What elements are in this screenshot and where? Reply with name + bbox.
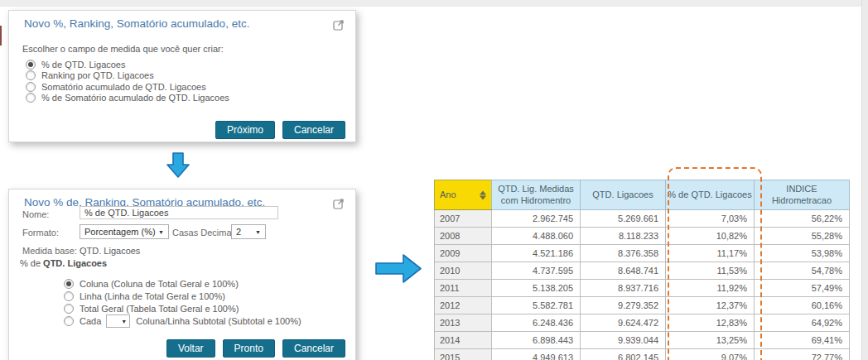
value-cell: 8.648.741 [581,262,666,280]
popout-icon[interactable] [333,19,345,31]
value-cell: 12,83% [666,314,755,332]
dialog1-instruction: Escolher o campo de medida que você quer… [22,44,224,54]
value-cell: 8.118.233 [581,228,666,245]
dialog2-option-4[interactable]: Cada▼Coluna/Linha Subtotal (Subtotal e 1… [64,315,301,328]
cancelar-button[interactable]: Cancelar [282,121,345,139]
percent-of-prefix: % de [20,258,41,268]
percent-of-measure: QTD. Ligacoes [43,258,107,268]
proximo-button[interactable]: Próximo [215,121,275,139]
cancelar-button[interactable]: Cancelar [282,339,345,358]
value-cell: 11,17% [666,245,755,262]
column-label: % de QTD. Ligacoes [668,190,752,199]
value-cell: 6.802.145 [581,349,666,360]
value-cell: 6.898.443 [492,332,581,349]
year-cell[interactable]: 2009 [435,245,492,262]
year-cell[interactable]: 2010 [435,262,492,280]
medida-base-value: QTD. Ligacoes [80,246,140,256]
flow-arrow-right-icon [375,253,422,284]
chevron-down-icon: ▼ [255,229,261,235]
value-cell: 57,49% [755,280,850,297]
column-header-1[interactable]: Ano [435,180,492,210]
dialog2-buttons: Voltar Pronto Cancelar [166,339,345,358]
dialog1-option-2[interactable]: Ranking por QTD. Ligacoes [26,70,229,82]
chevron-down-icon: ▼ [121,319,127,324]
year-cell[interactable]: 2007 [435,210,492,228]
value-cell: 5.582.781 [492,297,581,314]
flow-arrow-down-icon [166,152,190,178]
year-cell[interactable]: 2011 [435,280,492,297]
radio-icon[interactable] [64,316,74,326]
dialog1-option-4[interactable]: % de Somatório acumulado de QTD. Ligacoe… [26,93,229,104]
radio-icon[interactable] [26,70,36,80]
popout-icon[interactable] [333,198,345,209]
option-label: Linha (Linha de Total Geral e 100%) [80,291,225,301]
formato-select[interactable]: Porcentagem (%) ▼ [80,224,169,239]
value-cell: 55,28% [755,228,850,245]
percent-of-line: % deQTD. Ligacoes [20,258,107,268]
value-cell: 8.937.716 [581,280,666,297]
column-header-5[interactable]: INDICE Hidrometracao [755,180,850,210]
voltar-button[interactable]: Voltar [166,339,215,358]
value-cell: 8.376.358 [581,245,666,262]
left-edge-artifact [0,26,2,46]
value-cell: 12,37% [666,297,755,314]
dialog1-option-1[interactable]: % de QTD. Ligacoes [26,59,229,70]
value-cell: 56,22% [755,210,850,228]
table-header-row: AnoQTD. Lig. Medidas com HidromentroQTD.… [435,180,850,210]
table-row: 20136.248.4369.624.47212,83%64,92% [435,314,850,332]
dialog1-title: Novo %, Ranking, Somatório acumulado, et… [24,17,249,30]
value-cell: 9,07% [666,349,755,360]
option-label: Ranking por QTD. Ligacoes [41,70,154,80]
subtotal-select[interactable]: ▼ [106,314,130,328]
option-label: Coluna/Linha Subtotal (Subtotal e 100%) [136,316,301,326]
value-cell: 4.737.595 [492,262,581,280]
year-cell[interactable]: 2008 [435,228,492,245]
year-cell[interactable]: 2014 [435,332,492,349]
column-label: INDICE Hidrometracao [772,184,832,205]
year-cell[interactable]: 2012 [435,297,492,314]
casas-decimais-selected-value: 2 [236,227,241,237]
value-cell: 5.138.205 [492,280,581,297]
nome-input[interactable] [80,206,278,219]
value-cell: 4.488.060 [492,228,581,245]
dialog2-option-2[interactable]: Linha (Linha de Total Geral e 100%) [64,290,301,302]
value-cell: 64,92% [755,314,850,332]
value-cell: 6.248.436 [492,314,581,332]
dialog2-option-3[interactable]: Total Geral (Tabela Total Geral e 100%) [64,302,301,314]
option-prefix: Cada [80,316,101,326]
dialog1-header: Novo %, Ranking, Somatório acumulado, et… [9,11,355,31]
option-label: Total Geral (Tabela Total Geral e 100%) [80,304,239,314]
nome-label: Nome: [22,209,49,219]
value-cell: 72,77% [755,349,850,360]
value-cell: 4.949.613 [492,349,581,360]
page-right-scrollbar-track[interactable] [861,0,868,360]
column-header-2[interactable]: QTD. Lig. Medidas com Hidromentro [492,180,581,210]
chevron-down-icon: ▼ [158,229,164,235]
radio-icon[interactable] [64,279,74,289]
radio-icon[interactable] [26,82,36,92]
option-label: Somatório acumulado de QTD. Ligacoes [41,82,206,92]
year-cell[interactable]: 2013 [435,314,492,332]
radio-icon[interactable] [64,304,74,314]
year-cell[interactable]: 2015 [435,349,492,360]
option-label: % de QTD. Ligacoes [41,60,126,70]
column-label: QTD. Lig. Medidas com Hidromentro [498,184,574,205]
table-row: 20146.898.4439.939.04413,25%69,41% [435,332,850,349]
pronto-button[interactable]: Pronto [223,339,275,358]
table-row: 20115.138.2058.937.71611,92%57,49% [435,280,850,297]
table-row: 20104.737.5958.648.74111,53%54,78% [435,262,850,280]
dialog1-option-3[interactable]: Somatório acumulado de QTD. Ligacoes [26,81,229,93]
casas-decimais-select[interactable]: 2 ▼ [231,224,266,239]
column-header-3[interactable]: QTD. Ligacoes [581,180,666,210]
radio-icon[interactable] [26,60,36,70]
dialog2-option-1[interactable]: Coluna (Coluna de Total Geral e 100%) [64,277,301,290]
sort-icon[interactable] [480,190,486,199]
column-header-4[interactable]: % de QTD. Ligacoes [666,180,755,210]
value-cell: 11,92% [666,280,755,297]
value-cell: 9.279.352 [581,297,666,314]
formato-selected-value: Porcentagem (%) [84,227,156,237]
dialog-new-measure-step2: Novo % de, Ranking, Somatório acumulado,… [8,189,356,360]
radio-icon[interactable] [26,93,36,103]
value-cell: 7,03% [666,210,755,228]
radio-icon[interactable] [64,291,74,301]
